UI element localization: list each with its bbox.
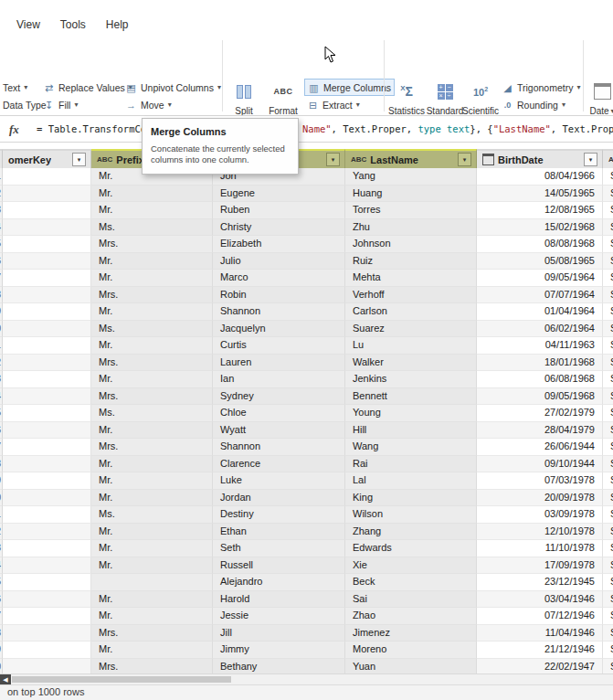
cell[interactable]: Mr. — [91, 270, 213, 287]
cell[interactable]: 28/04/1979 — [477, 422, 603, 440]
cell[interactable]: Jordan — [213, 490, 345, 507]
cell[interactable] — [3, 591, 91, 609]
cell[interactable]: Mr. — [91, 371, 213, 388]
cell[interactable] — [3, 608, 91, 625]
cell[interactable]: Curtis — [213, 337, 345, 355]
cell[interactable]: 26/06/1944 — [477, 439, 603, 456]
formula-text-right[interactable]: Name", Text.Proper, type text}, {"LastNa… — [302, 123, 613, 134]
cell[interactable]: Shannon — [213, 303, 345, 321]
cell[interactable]: Walker — [345, 355, 477, 372]
cell[interactable]: Mr. — [91, 337, 213, 355]
cell[interactable]: Young — [345, 405, 477, 422]
filter-button[interactable]: ▾ — [458, 153, 471, 166]
cell[interactable]: 20/09/1978 — [477, 490, 603, 507]
cell[interactable]: 22/02/1947 — [477, 659, 603, 674]
filter-button[interactable]: ▾ — [326, 153, 340, 166]
cell[interactable]: S — [603, 303, 613, 321]
cell[interactable]: 06/08/1968 — [477, 371, 603, 388]
cell[interactable]: Luke — [213, 472, 345, 490]
cell[interactable] — [3, 439, 91, 456]
cell[interactable]: Clarence — [213, 456, 345, 473]
cell[interactable]: Lu — [345, 337, 477, 355]
cell[interactable] — [3, 574, 91, 591]
cell[interactable]: Robin — [213, 287, 345, 304]
cell[interactable]: S — [603, 253, 613, 270]
fill-button[interactable]: ↧ Fill ▾ — [40, 97, 80, 113]
scrollbar-thumb[interactable] — [12, 676, 231, 683]
cell[interactable]: S — [603, 202, 613, 219]
cell[interactable]: 08/08/1968 — [477, 236, 603, 253]
rounding-button[interactable]: .0 Rounding ▾ — [499, 97, 568, 113]
cell[interactable]: 12/08/1965 — [477, 202, 603, 219]
cell[interactable]: 03/09/1978 — [477, 506, 603, 524]
cell[interactable]: Edwards — [345, 540, 477, 557]
cell[interactable] — [3, 219, 91, 237]
cell[interactable] — [3, 371, 91, 388]
cell[interactable]: Mrs. — [91, 236, 213, 253]
cell[interactable]: Jenkins — [345, 371, 477, 388]
cell[interactable]: Wang — [345, 439, 477, 456]
tab-tools[interactable]: Tools — [60, 18, 86, 31]
cell[interactable]: Mrs. — [91, 287, 213, 304]
cell[interactable]: Zhang — [345, 524, 477, 541]
cell[interactable]: S — [603, 608, 613, 625]
cell[interactable]: Mr. — [91, 422, 213, 440]
cell[interactable]: Elizabeth — [213, 236, 345, 253]
cell[interactable]: 09/05/1964 — [477, 270, 603, 287]
cell[interactable]: Lal — [345, 472, 477, 490]
cell[interactable]: Mehta — [345, 270, 477, 287]
move-button[interactable]: → Move ▾ — [122, 97, 174, 113]
cell[interactable]: Ethan — [213, 524, 345, 541]
cell[interactable]: Ms. — [91, 321, 213, 338]
cell[interactable]: 27/02/1979 — [477, 405, 603, 422]
cell[interactable]: 17/09/1978 — [477, 557, 603, 575]
cell[interactable]: Verhoff — [345, 287, 477, 304]
cell[interactable]: 06/02/1964 — [477, 321, 603, 338]
cell[interactable] — [3, 186, 91, 203]
extract-button[interactable]: ⊟ Extract ▾ — [304, 97, 363, 113]
cell[interactable]: Mr. — [91, 472, 213, 490]
cell[interactable]: Mr. — [91, 540, 213, 557]
cell[interactable]: Ian — [213, 371, 345, 388]
cell[interactable]: S — [603, 540, 613, 557]
cell[interactable]: S — [603, 236, 613, 253]
cell[interactable] — [3, 659, 91, 674]
cell[interactable] — [91, 574, 213, 591]
cell[interactable]: Destiny — [213, 506, 345, 524]
cell[interactable]: Mr. — [91, 591, 213, 609]
formula-bar[interactable]: fx = Table.TransformCol Name", Text.Prop… — [0, 115, 613, 143]
cell[interactable]: S — [603, 574, 613, 591]
cell[interactable]: Mr. — [91, 303, 213, 321]
cell[interactable] — [3, 506, 91, 524]
cell[interactable] — [3, 422, 91, 440]
cell[interactable]: Jimenez — [345, 625, 477, 642]
cell[interactable] — [3, 321, 91, 338]
cell[interactable]: S — [603, 490, 613, 507]
cell[interactable]: S — [603, 506, 613, 524]
cell[interactable] — [3, 540, 91, 557]
cell[interactable]: 18/01/1968 — [477, 355, 603, 372]
data-type-button-clipped[interactable]: Text ▾ — [0, 80, 30, 96]
cell[interactable]: 03/04/1946 — [477, 591, 603, 609]
cell[interactable]: King — [345, 490, 477, 507]
cell[interactable]: 08/04/1966 — [477, 168, 603, 186]
cell[interactable]: Mrs. — [91, 439, 213, 456]
cell[interactable]: S — [603, 371, 613, 388]
column-header-omerKey[interactable]: omerKey▾ — [3, 149, 91, 168]
cell[interactable]: Seth — [213, 540, 345, 557]
cell[interactable]: 15/02/1968 — [477, 219, 603, 237]
cell[interactable] — [3, 287, 91, 304]
scroll-left-button[interactable]: ◀ — [0, 674, 11, 684]
cell[interactable]: S — [603, 337, 613, 355]
cell[interactable]: Mr. — [91, 642, 213, 659]
cell[interactable]: Rai — [345, 456, 477, 473]
replace-values-button[interactable]: ⇄ Replace Values ▾ — [40, 80, 135, 96]
cell[interactable]: Mr. — [91, 202, 213, 219]
cell[interactable]: Mr. — [91, 608, 213, 625]
cell[interactable]: S — [603, 405, 613, 422]
cell[interactable] — [3, 388, 91, 406]
cell[interactable] — [3, 405, 91, 422]
cell[interactable]: Jimmy — [213, 642, 345, 659]
cell[interactable]: Julio — [213, 253, 345, 270]
cell[interactable] — [3, 625, 91, 642]
